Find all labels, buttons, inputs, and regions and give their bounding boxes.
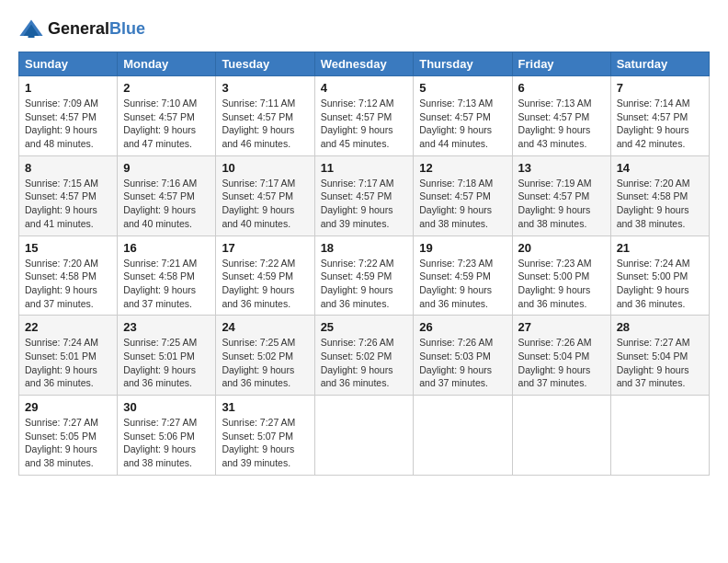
day-info: Sunrise: 7:15 AMSunset: 4:57 PMDaylight:… xyxy=(25,177,111,231)
day-number: 25 xyxy=(321,320,408,334)
calendar-cell: 6Sunrise: 7:13 AMSunset: 4:57 PMDaylight… xyxy=(512,76,610,156)
day-number: 2 xyxy=(123,81,210,95)
day-info: Sunrise: 7:09 AMSunset: 4:57 PMDaylight:… xyxy=(25,97,111,151)
calendar-cell: 3Sunrise: 7:11 AMSunset: 4:57 PMDaylight… xyxy=(216,76,314,156)
calendar-cell: 29Sunrise: 7:27 AMSunset: 5:05 PMDayligh… xyxy=(19,396,118,476)
calendar-cell: 31Sunrise: 7:27 AMSunset: 5:07 PMDayligh… xyxy=(216,396,314,476)
day-info: Sunrise: 7:13 AMSunset: 4:57 PMDaylight:… xyxy=(419,97,506,151)
logo-text: GeneralBlue xyxy=(48,20,145,39)
day-info: Sunrise: 7:24 AMSunset: 5:01 PMDaylight:… xyxy=(25,336,111,390)
logo: GeneralBlue xyxy=(18,17,145,42)
day-info: Sunrise: 7:11 AMSunset: 4:57 PMDaylight:… xyxy=(222,97,308,151)
calendar-cell: 22Sunrise: 7:24 AMSunset: 5:01 PMDayligh… xyxy=(19,316,118,396)
calendar-cell xyxy=(610,396,709,476)
calendar-cell xyxy=(314,396,414,476)
calendar-cell: 2Sunrise: 7:10 AMSunset: 4:57 PMDaylight… xyxy=(118,76,216,156)
day-number: 13 xyxy=(518,161,605,175)
calendar-cell xyxy=(512,396,610,476)
day-number: 11 xyxy=(321,161,408,175)
calendar-cell: 5Sunrise: 7:13 AMSunset: 4:57 PMDaylight… xyxy=(414,76,512,156)
day-number: 22 xyxy=(25,320,111,334)
day-number: 18 xyxy=(321,241,408,255)
day-info: Sunrise: 7:18 AMSunset: 4:57 PMDaylight:… xyxy=(419,177,506,231)
day-number: 30 xyxy=(123,400,210,414)
day-info: Sunrise: 7:14 AMSunset: 4:57 PMDaylight:… xyxy=(617,97,703,151)
day-info: Sunrise: 7:20 AMSunset: 4:58 PMDaylight:… xyxy=(25,257,111,311)
day-info: Sunrise: 7:26 AMSunset: 5:04 PMDaylight:… xyxy=(518,336,605,390)
day-info: Sunrise: 7:13 AMSunset: 4:57 PMDaylight:… xyxy=(518,97,605,151)
day-info: Sunrise: 7:23 AMSunset: 5:00 PMDaylight:… xyxy=(518,257,605,311)
logo-icon xyxy=(18,17,44,42)
calendar-week-row: 15Sunrise: 7:20 AMSunset: 4:58 PMDayligh… xyxy=(19,236,710,316)
day-info: Sunrise: 7:16 AMSunset: 4:57 PMDaylight:… xyxy=(123,177,210,231)
day-number: 6 xyxy=(518,81,605,95)
calendar-cell: 21Sunrise: 7:24 AMSunset: 5:00 PMDayligh… xyxy=(610,236,709,316)
calendar-cell: 28Sunrise: 7:27 AMSunset: 5:04 PMDayligh… xyxy=(610,316,709,396)
day-info: Sunrise: 7:27 AMSunset: 5:04 PMDaylight:… xyxy=(617,336,703,390)
day-number: 7 xyxy=(617,81,703,95)
day-info: Sunrise: 7:27 AMSunset: 5:07 PMDaylight:… xyxy=(222,416,308,470)
calendar-cell: 11Sunrise: 7:17 AMSunset: 4:57 PMDayligh… xyxy=(314,155,414,236)
day-number: 31 xyxy=(222,400,308,414)
calendar-cell: 24Sunrise: 7:25 AMSunset: 5:02 PMDayligh… xyxy=(216,316,314,396)
weekday-header: Monday xyxy=(118,52,216,76)
day-info: Sunrise: 7:23 AMSunset: 4:59 PMDaylight:… xyxy=(419,257,506,311)
calendar-cell: 13Sunrise: 7:19 AMSunset: 4:57 PMDayligh… xyxy=(512,155,610,236)
calendar-cell: 9Sunrise: 7:16 AMSunset: 4:57 PMDaylight… xyxy=(118,155,216,236)
calendar-week-row: 29Sunrise: 7:27 AMSunset: 5:05 PMDayligh… xyxy=(19,396,710,476)
day-info: Sunrise: 7:26 AMSunset: 5:03 PMDaylight:… xyxy=(419,336,506,390)
calendar-cell: 19Sunrise: 7:23 AMSunset: 4:59 PMDayligh… xyxy=(414,236,512,316)
calendar-cell: 7Sunrise: 7:14 AMSunset: 4:57 PMDaylight… xyxy=(610,76,709,156)
calendar-cell: 18Sunrise: 7:22 AMSunset: 4:59 PMDayligh… xyxy=(314,236,414,316)
calendar-week-row: 8Sunrise: 7:15 AMSunset: 4:57 PMDaylight… xyxy=(19,155,710,236)
calendar-week-row: 22Sunrise: 7:24 AMSunset: 5:01 PMDayligh… xyxy=(19,316,710,396)
day-info: Sunrise: 7:25 AMSunset: 5:01 PMDaylight:… xyxy=(123,336,210,390)
day-info: Sunrise: 7:24 AMSunset: 5:00 PMDaylight:… xyxy=(617,257,703,311)
weekday-header: Thursday xyxy=(414,52,512,76)
day-info: Sunrise: 7:22 AMSunset: 4:59 PMDaylight:… xyxy=(321,257,408,311)
day-number: 20 xyxy=(518,241,605,255)
header: GeneralBlue xyxy=(18,17,710,42)
day-info: Sunrise: 7:27 AMSunset: 5:05 PMDaylight:… xyxy=(25,416,111,470)
calendar-cell xyxy=(414,396,512,476)
day-number: 29 xyxy=(25,400,111,414)
day-number: 16 xyxy=(123,241,210,255)
calendar-cell: 17Sunrise: 7:22 AMSunset: 4:59 PMDayligh… xyxy=(216,236,314,316)
calendar-cell: 1Sunrise: 7:09 AMSunset: 4:57 PMDaylight… xyxy=(19,76,118,156)
calendar-cell: 8Sunrise: 7:15 AMSunset: 4:57 PMDaylight… xyxy=(19,155,118,236)
day-info: Sunrise: 7:27 AMSunset: 5:06 PMDaylight:… xyxy=(123,416,210,470)
weekday-header: Tuesday xyxy=(216,52,314,76)
day-info: Sunrise: 7:21 AMSunset: 4:58 PMDaylight:… xyxy=(123,257,210,311)
day-number: 28 xyxy=(617,320,703,334)
day-number: 24 xyxy=(222,320,308,334)
calendar-week-row: 1Sunrise: 7:09 AMSunset: 4:57 PMDaylight… xyxy=(19,76,710,156)
calendar-cell: 4Sunrise: 7:12 AMSunset: 4:57 PMDaylight… xyxy=(314,76,414,156)
day-number: 26 xyxy=(419,320,506,334)
calendar-cell: 25Sunrise: 7:26 AMSunset: 5:02 PMDayligh… xyxy=(314,316,414,396)
day-number: 5 xyxy=(419,81,506,95)
day-info: Sunrise: 7:22 AMSunset: 4:59 PMDaylight:… xyxy=(222,257,308,311)
calendar-table: SundayMondayTuesdayWednesdayThursdayFrid… xyxy=(18,52,710,476)
day-number: 17 xyxy=(222,241,308,255)
calendar-cell: 27Sunrise: 7:26 AMSunset: 5:04 PMDayligh… xyxy=(512,316,610,396)
calendar-cell: 20Sunrise: 7:23 AMSunset: 5:00 PMDayligh… xyxy=(512,236,610,316)
day-info: Sunrise: 7:19 AMSunset: 4:57 PMDaylight:… xyxy=(518,177,605,231)
day-number: 14 xyxy=(617,161,703,175)
weekday-header: Friday xyxy=(512,52,610,76)
calendar-cell: 14Sunrise: 7:20 AMSunset: 4:58 PMDayligh… xyxy=(610,155,709,236)
calendar-cell: 12Sunrise: 7:18 AMSunset: 4:57 PMDayligh… xyxy=(414,155,512,236)
calendar-cell: 23Sunrise: 7:25 AMSunset: 5:01 PMDayligh… xyxy=(118,316,216,396)
weekday-header: Saturday xyxy=(610,52,709,76)
day-number: 9 xyxy=(123,161,210,175)
day-number: 1 xyxy=(25,81,111,95)
day-number: 10 xyxy=(222,161,308,175)
day-number: 21 xyxy=(617,241,703,255)
day-number: 19 xyxy=(419,241,506,255)
calendar-cell: 26Sunrise: 7:26 AMSunset: 5:03 PMDayligh… xyxy=(414,316,512,396)
calendar-cell: 30Sunrise: 7:27 AMSunset: 5:06 PMDayligh… xyxy=(118,396,216,476)
day-number: 27 xyxy=(518,320,605,334)
day-info: Sunrise: 7:25 AMSunset: 5:02 PMDaylight:… xyxy=(222,336,308,390)
calendar-cell: 15Sunrise: 7:20 AMSunset: 4:58 PMDayligh… xyxy=(19,236,118,316)
day-number: 12 xyxy=(419,161,506,175)
day-number: 3 xyxy=(222,81,308,95)
